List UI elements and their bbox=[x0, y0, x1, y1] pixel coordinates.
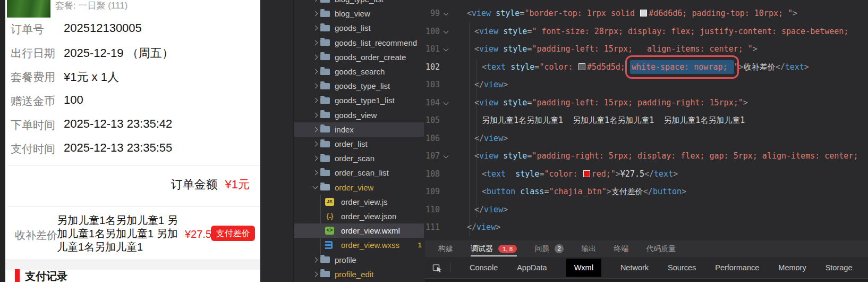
debugger-tab-wxml[interactable]: Wxml bbox=[566, 259, 601, 277]
code-token bbox=[498, 151, 503, 161]
code-token: view bbox=[479, 151, 498, 161]
folder-icon bbox=[320, 155, 330, 162]
devtools-panel-tabbar: 构建调试器1, 8问题2输出终端代码质量 bbox=[425, 240, 868, 257]
chevron-right-icon[interactable] bbox=[313, 0, 318, 2]
debugger-tab-performance[interactable]: Performance bbox=[715, 263, 759, 272]
panel-tab-终端[interactable]: 终端 bbox=[614, 240, 628, 257]
tree-item-order_view.wxml[interactable]: <>order_view.wxml bbox=[294, 223, 424, 238]
panel-tab-问题[interactable]: 问题2 bbox=[534, 240, 564, 257]
code-line-100[interactable]: 100<view style=" font-size: 28rpx; displ… bbox=[425, 22, 868, 40]
code-line-105[interactable]: 105另加儿童1名另加儿童1 另加儿童1名另加儿童1 另加儿童1名另加儿童1 bbox=[425, 111, 868, 129]
chevron-right-icon[interactable] bbox=[313, 271, 318, 277]
tree-item-profile[interactable]: profile bbox=[294, 253, 424, 267]
chevron-right-icon[interactable] bbox=[313, 54, 318, 60]
debugger-tab-memory[interactable]: Memory bbox=[778, 263, 806, 272]
fold-chevron-icon[interactable] bbox=[444, 11, 449, 16]
panel-tab-代码质量[interactable]: 代码质量 bbox=[646, 240, 676, 257]
tree-item-goods_order_create[interactable]: goods_order_create bbox=[294, 50, 424, 64]
error-count-badge: 1, 8 bbox=[498, 245, 517, 253]
tree-item-goods_search[interactable]: goods_search bbox=[294, 64, 424, 79]
order-info-row: 套餐费用¥1元 x 1人 bbox=[5, 70, 260, 86]
line-number: 102 bbox=[425, 58, 440, 76]
pay-difference-button[interactable]: 支付差价 bbox=[211, 226, 255, 241]
code-editor[interactable]: 99<view style="border-top: 1rpx solid #d… bbox=[425, 0, 868, 240]
fold-chevron-icon[interactable] bbox=[444, 28, 449, 34]
code-token: < bbox=[474, 151, 479, 161]
code-token: > bbox=[804, 62, 809, 72]
tree-item-goods_type1_list[interactable]: goods_type1_list bbox=[294, 93, 424, 107]
code-token: > bbox=[616, 169, 620, 179]
code-token: < bbox=[482, 62, 487, 72]
debugger-tab-sources[interactable]: Sources bbox=[668, 263, 696, 272]
tree-item-blog_type_list[interactable]: blog_type_list bbox=[294, 0, 424, 6]
code-line-108[interactable]: 108<text style="color: red;">¥27.5</text… bbox=[425, 165, 868, 183]
fold-chevron-icon[interactable] bbox=[444, 153, 449, 159]
tree-item-order_view.json[interactable]: {..}order_view.json bbox=[294, 209, 424, 223]
tree-item-blog_view[interactable]: blog_view bbox=[294, 6, 424, 21]
code-line-111[interactable]: 111</view> bbox=[425, 218, 868, 236]
tree-item-order_view.wxss[interactable]: order_view.wxss1 bbox=[294, 238, 424, 252]
code-line-101[interactable]: 101<view style="padding-left: 15rpx; ali… bbox=[425, 40, 868, 58]
tree-item-index[interactable]: index bbox=[294, 122, 424, 137]
tree-item-goods_type_list[interactable]: goods_type_list bbox=[294, 79, 424, 93]
tree-item-order_list[interactable]: order_list bbox=[294, 137, 424, 151]
code-line-106[interactable]: 106</view> bbox=[425, 129, 868, 147]
color-swatch-icon bbox=[583, 170, 590, 177]
tree-item-order_scan[interactable]: order_scan bbox=[294, 151, 424, 165]
panel-tab-构建[interactable]: 构建 bbox=[438, 240, 453, 257]
chevron-right-icon[interactable] bbox=[313, 112, 318, 118]
chevron-right-icon[interactable] bbox=[313, 257, 318, 262]
code-token: style bbox=[503, 44, 527, 54]
chevron-right-icon[interactable] bbox=[313, 142, 318, 147]
simulator-edge bbox=[0, 0, 5, 282]
file-name: order_view bbox=[335, 183, 373, 192]
file-name: goods_order_create bbox=[335, 53, 406, 62]
chevron-right-icon[interactable] bbox=[313, 11, 318, 16]
code-line-102[interactable]: 102<text style="color: #5d5d5d; white-sp… bbox=[425, 58, 868, 76]
line-number: 106 bbox=[425, 129, 440, 147]
chevron-right-icon[interactable] bbox=[313, 84, 318, 89]
code-line-107[interactable]: 107<view style="padding-right: 5rpx; dis… bbox=[425, 147, 868, 165]
code-token: #d6d6d6; padding-top: 10rpx; " bbox=[649, 9, 793, 18]
fold-chevron-icon[interactable] bbox=[444, 99, 449, 105]
problem-count-badge: 1 bbox=[415, 241, 424, 249]
code-text: <view style="border-top: 1rpx solid #d6d… bbox=[467, 4, 797, 22]
chevron-right-icon[interactable] bbox=[313, 69, 318, 74]
tree-item-goods_view[interactable]: goods_view bbox=[294, 108, 424, 122]
tree-item-goods_list[interactable]: goods_list bbox=[294, 21, 424, 35]
code-token: < bbox=[474, 44, 479, 54]
panel-tab-调试器[interactable]: 调试器1, 8 bbox=[471, 240, 517, 257]
chevron-right-icon[interactable] bbox=[313, 40, 318, 45]
debugger-tab-network[interactable]: Network bbox=[620, 263, 649, 272]
code-line-109[interactable]: 109<button class="chajia_btn">支付差价</butt… bbox=[425, 183, 868, 201]
panel-tab-输出[interactable]: 输出 bbox=[581, 240, 596, 257]
folder-icon bbox=[320, 184, 330, 190]
chevron-right-icon[interactable] bbox=[313, 156, 318, 161]
code-token: button bbox=[653, 187, 682, 196]
debugger-tab-appdata[interactable]: AppData bbox=[517, 263, 547, 272]
tab-label: 问题 bbox=[534, 244, 549, 254]
debugger-tab-storage[interactable]: Storage bbox=[826, 263, 853, 272]
code-line-103[interactable]: 103</view> bbox=[425, 76, 868, 94]
chevron-right-icon[interactable] bbox=[313, 26, 318, 31]
chevron-right-icon[interactable] bbox=[313, 127, 318, 132]
code-line-110[interactable]: 110</view> bbox=[425, 201, 868, 219]
code-token: > bbox=[739, 62, 744, 72]
inspect-element-icon[interactable] bbox=[432, 263, 442, 273]
code-line-104[interactable]: 104<view style="padding-left: 15rpx; pad… bbox=[425, 94, 868, 112]
debugger-tab-console[interactable]: Console bbox=[470, 263, 498, 272]
tree-item-order_view.js[interactable]: JSorder_view.js bbox=[294, 195, 424, 209]
fold-chevron-icon[interactable] bbox=[444, 46, 449, 52]
code-token: " font-size: 28rpx; display: flex; justi… bbox=[532, 27, 848, 36]
folder-icon bbox=[320, 25, 330, 31]
tree-item-profile_edit[interactable]: profile_edit bbox=[294, 267, 424, 281]
debugger-content-edge bbox=[425, 278, 868, 282]
code-line-99[interactable]: 99<view style="border-top: 1rpx solid #d… bbox=[425, 4, 868, 22]
file-name: goods_type_list bbox=[335, 81, 390, 90]
chevron-right-icon[interactable] bbox=[313, 170, 318, 176]
tree-item-order_scan_list[interactable]: order_scan_list bbox=[294, 165, 424, 180]
tree-item-order_view[interactable]: order_view bbox=[294, 180, 424, 195]
chevron-down-icon[interactable] bbox=[313, 184, 318, 189]
tree-item-goods_list_recommend[interactable]: goods_list_recommend bbox=[294, 36, 424, 50]
chevron-right-icon[interactable] bbox=[313, 98, 318, 103]
